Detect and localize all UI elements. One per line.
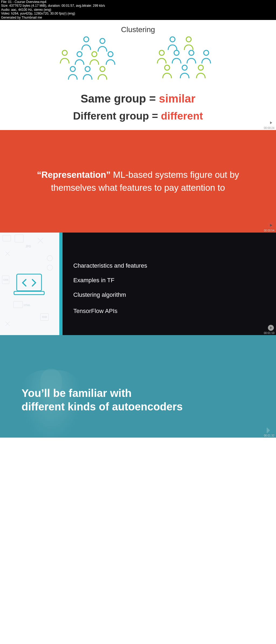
person-icon [96,37,109,52]
person-icon [178,64,191,79]
svg-text:HTML: HTML [24,304,30,306]
play-overlay-icon [268,222,274,228]
person-icon [73,50,86,65]
svg-text:EXE: EXE [42,316,47,318]
thumbnail-frame-2: “Representation” ML-based systems figure… [0,130,276,233]
cluster-illustration [0,36,276,84]
timestamp-overlay: 00:00:54 [264,229,274,232]
svg-text:JPG: JPG [26,245,31,248]
meta-video: Video: h264, yuv420p, 1280x720, 30.00 fp… [1,12,275,15]
video-metadata-header: File: 01 - Course Overview.mp4 Size: 437… [0,0,276,20]
svg-rect-0 [3,235,11,241]
text-part: Different group = [73,110,161,122]
person-icon [170,49,183,64]
thumbnail-frame-4: You’ll be familiar with different kinds … [0,335,276,438]
svg-rect-12 [14,291,44,295]
slide-text: “Representation” ML-based systems figure… [36,168,240,194]
cluster-left [58,36,120,84]
svg-text:CSS: CSS [3,278,8,281]
text-accent: similar [159,92,195,105]
list-item: Characteristics and features [73,262,276,269]
thumbnail-frame-3: JPG CSS HTML EXE Characteristics and fea… [0,233,276,335]
slide-title: Clustering [0,25,276,34]
person-icon [166,36,179,50]
teal-accent-bar [59,233,63,335]
person-icon [58,49,71,64]
meta-gen: Generated by Thumbnail me [1,16,275,19]
person-icon [185,49,198,64]
bullet-list: Characteristics and features Examples in… [63,233,276,335]
text-line: different kinds of autoencoders [22,400,183,413]
person-icon [81,65,94,80]
timestamp-overlay: 00:01:32 [264,434,274,437]
person-icon [67,65,79,80]
text-bold: “Representation” [37,170,111,180]
list-item: Clustering algorithm [73,291,276,298]
svg-rect-1 [15,235,23,242]
list-item: TensorFlow APIs [73,308,276,315]
svg-rect-5 [13,301,23,308]
person-icon [156,49,168,64]
text-accent: different [161,110,203,122]
line-diff-group: Different group = different [0,110,276,122]
left-icon-panel: JPG CSS HTML EXE [0,233,59,335]
text-part: Same group = [81,92,159,105]
person-icon [200,49,212,64]
play-overlay-icon [268,120,274,126]
svg-point-9 [47,255,53,261]
thumbnail-frame-1: Clustering [0,20,276,130]
meta-size: Size: 4377672 bytes (4.17 MiB), duration… [1,4,275,8]
person-icon [161,64,173,79]
brand-watermark: ⏵ [265,425,272,434]
slide-text: Same group = similar Different group = d… [0,92,276,122]
person-icon [195,64,207,79]
cluster-right [156,36,218,84]
text-line: You’ll be familiar with [22,386,183,400]
person-icon [96,65,109,80]
svg-rect-11 [17,274,42,291]
laptop-code-icon [13,273,45,296]
meta-file: File: 01 - Course Overview.mp4 [1,0,275,4]
timestamp-overlay: 00:00:24 [264,127,274,130]
person-icon [88,50,101,65]
svg-point-10 [47,265,53,270]
list-item: Examples in TF [73,277,276,284]
slide-text: You’ll be familiar with different kinds … [22,386,183,413]
person-icon [104,50,117,65]
person-icon [80,36,92,50]
line-same-group: Same group = similar [0,92,276,105]
play-overlay-icon [268,325,274,331]
meta-audio: Audio: aac, 44100 Hz, stereo (eng) [1,8,275,12]
timestamp-overlay: 00:01:10 [264,332,274,335]
person-icon [182,36,195,50]
